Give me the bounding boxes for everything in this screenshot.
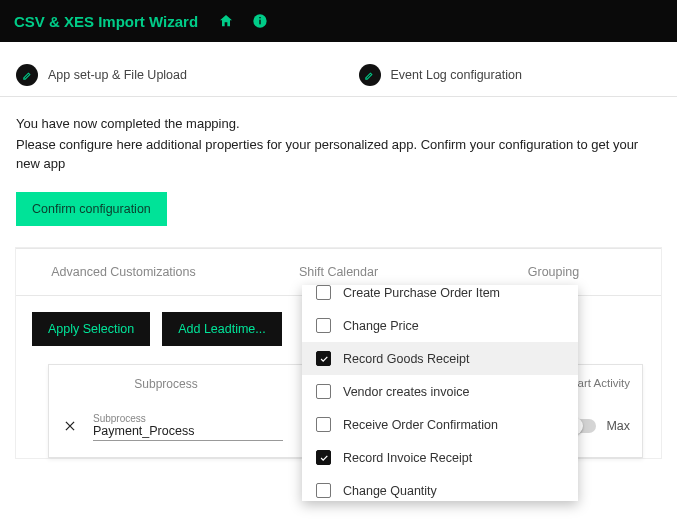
dropdown-option[interactable]: Receive Order Confirmation	[302, 408, 578, 441]
subprocess-field[interactable]: Subprocess Payment_Process	[93, 411, 283, 441]
svg-rect-2	[259, 17, 260, 18]
svg-rect-1	[259, 20, 260, 25]
dropdown-scroll[interactable]: Create Purchase Order Item Change Price …	[302, 285, 578, 501]
add-leadtime-button[interactable]: Add Leadtime...	[162, 312, 282, 346]
app-title: CSV & XES Import Wizard	[14, 13, 198, 30]
step-label: Event Log configuration	[391, 68, 522, 82]
option-label: Create Purchase Order Item	[343, 286, 500, 300]
wizard-steps: App set-up & File Upload Event Log confi…	[0, 42, 677, 97]
checkbox-icon[interactable]	[316, 450, 331, 465]
option-label: Vendor creates invoice	[343, 385, 469, 399]
option-label: Record Invoice Receipt	[343, 451, 472, 465]
max-label: Max	[606, 419, 630, 433]
option-label: Record Goods Receipt	[343, 352, 469, 366]
option-label: Change Price	[343, 319, 419, 333]
pencil-icon	[359, 64, 381, 86]
info-icon[interactable]	[250, 11, 270, 31]
step-app-setup[interactable]: App set-up & File Upload	[16, 64, 319, 86]
checkbox-icon[interactable]	[316, 285, 331, 300]
activity-dropdown[interactable]: Create Purchase Order Item Change Price …	[302, 285, 578, 501]
step-event-log[interactable]: Event Log configuration	[359, 64, 662, 86]
option-label: Change Quantity	[343, 484, 437, 498]
dropdown-option[interactable]: Record Invoice Receipt	[302, 441, 578, 474]
intro-text: You have now completed the mapping. Plea…	[0, 97, 677, 188]
checkbox-icon[interactable]	[316, 384, 331, 399]
dropdown-option[interactable]: Vendor creates invoice	[302, 375, 578, 408]
dropdown-option[interactable]: Change Quantity	[302, 474, 578, 501]
topbar: CSV & XES Import Wizard	[0, 0, 677, 42]
header-subprocess: Subprocess	[61, 377, 271, 391]
confirm-configuration-button[interactable]: Confirm configuration	[16, 192, 167, 226]
dropdown-option[interactable]: Record Goods Receipt	[302, 342, 578, 375]
checkbox-icon[interactable]	[316, 417, 331, 432]
tab-advanced-customizations[interactable]: Advanced Customizations	[16, 249, 231, 296]
checkbox-icon[interactable]	[316, 483, 331, 498]
checkbox-icon[interactable]	[316, 351, 331, 366]
pencil-icon	[16, 64, 38, 86]
dropdown-option[interactable]: Create Purchase Order Item	[302, 285, 578, 309]
intro-line-2: Please configure here additional propert…	[16, 136, 661, 174]
field-label: Subprocess	[93, 413, 283, 424]
apply-selection-button[interactable]: Apply Selection	[32, 312, 150, 346]
intro-line-1: You have now completed the mapping.	[16, 115, 661, 134]
home-icon[interactable]	[216, 11, 236, 31]
step-label: App set-up & File Upload	[48, 68, 187, 82]
option-label: Receive Order Confirmation	[343, 418, 498, 432]
dropdown-option[interactable]: Change Price	[302, 309, 578, 342]
field-value: Payment_Process	[93, 424, 283, 438]
checkbox-icon[interactable]	[316, 318, 331, 333]
remove-row-button[interactable]	[61, 417, 79, 435]
